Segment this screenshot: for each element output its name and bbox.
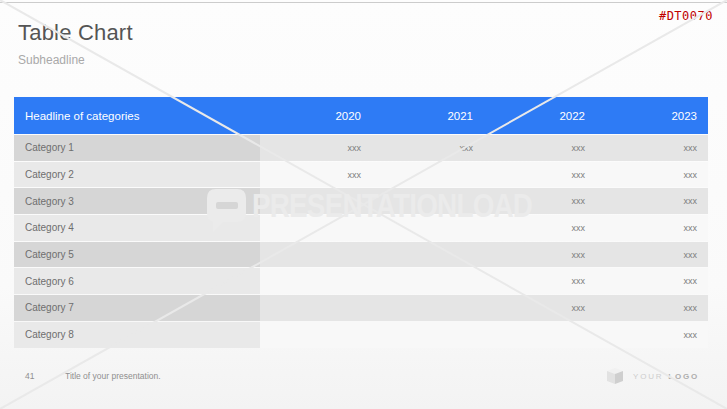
footer-presentation-title: Title of your presentation. xyxy=(65,371,161,381)
cell-value xyxy=(372,188,484,214)
cell-value: xxx xyxy=(260,162,372,188)
row-label: Category 6 xyxy=(14,268,260,294)
logo-text-logo: LOGO xyxy=(668,372,699,381)
logo-placeholder: YOUR LOGO xyxy=(606,367,699,385)
row-label: Category 4 xyxy=(14,215,260,241)
table-header-year-2022: 2022 xyxy=(484,110,596,122)
slide: { "slide": { "title": "Table Chart", "su… xyxy=(0,0,727,409)
cell-value xyxy=(372,295,484,321)
table-header-year-2023: 2023 xyxy=(596,110,708,122)
cell-value xyxy=(260,242,372,268)
cell-value xyxy=(484,322,596,348)
cell-value: xxx xyxy=(260,135,372,161)
table-row: Category 3 xxx xxx xyxy=(14,188,708,214)
cell-value: xxx xyxy=(372,135,484,161)
cell-value xyxy=(260,268,372,294)
cell-value xyxy=(260,188,372,214)
cell-value: xxx xyxy=(484,135,596,161)
table-chart: Headline of categories 2020 2021 2022 20… xyxy=(14,97,708,348)
cell-value: xxx xyxy=(596,162,708,188)
table-row: Category 5 xxx xxx xyxy=(14,242,708,268)
cell-value: xxx xyxy=(596,322,708,348)
table-row: Category 6 xxx xxx xyxy=(14,268,708,294)
page-number: 41 xyxy=(25,371,34,381)
row-label: Category 1 xyxy=(14,135,260,161)
table-row: Category 2 xxx xxx xxx xyxy=(14,162,708,188)
cell-value: xxx xyxy=(596,242,708,268)
cell-value xyxy=(372,322,484,348)
cell-value: xxx xyxy=(596,295,708,321)
table-row: Category 8 xxx xyxy=(14,322,708,348)
row-label: Category 7 xyxy=(14,295,260,321)
page-title: Table Chart xyxy=(18,20,133,46)
cell-value: xxx xyxy=(596,135,708,161)
cell-value: xxx xyxy=(484,162,596,188)
cell-value: xxx xyxy=(484,242,596,268)
cell-value xyxy=(372,242,484,268)
cell-value: xxx xyxy=(596,188,708,214)
row-label: Category 8 xyxy=(14,322,260,348)
table-header-year-2020: 2020 xyxy=(260,110,372,122)
cell-value xyxy=(260,295,372,321)
table-row: Category 7 xxx xxx xyxy=(14,295,708,321)
cell-value xyxy=(372,215,484,241)
cell-value: xxx xyxy=(484,268,596,294)
cell-value xyxy=(372,162,484,188)
table-header-row: Headline of categories 2020 2021 2022 20… xyxy=(14,97,708,134)
row-label: Category 2 xyxy=(14,162,260,188)
table-header-categories: Headline of categories xyxy=(14,110,260,122)
cell-value: xxx xyxy=(484,215,596,241)
template-code: #DT0070 xyxy=(659,9,713,23)
table-row: Category 4 xxx xxx xyxy=(14,215,708,241)
table-header-year-2021: 2021 xyxy=(372,110,484,122)
row-label: Category 5 xyxy=(14,242,260,268)
cube-logo-icon xyxy=(606,367,624,385)
cell-value xyxy=(372,268,484,294)
cell-value: xxx xyxy=(596,215,708,241)
cell-value: xxx xyxy=(484,295,596,321)
logo-text-your: YOUR xyxy=(633,372,663,381)
cell-value xyxy=(260,215,372,241)
row-label: Category 3 xyxy=(14,188,260,214)
cell-value: xxx xyxy=(484,188,596,214)
cell-value xyxy=(260,322,372,348)
cell-value: xxx xyxy=(596,268,708,294)
table-row: Category 1 xxx xxx xxx xxx xyxy=(14,135,708,161)
page-subtitle: Subheadline xyxy=(18,53,85,67)
slide-top-edge xyxy=(0,2,727,3)
